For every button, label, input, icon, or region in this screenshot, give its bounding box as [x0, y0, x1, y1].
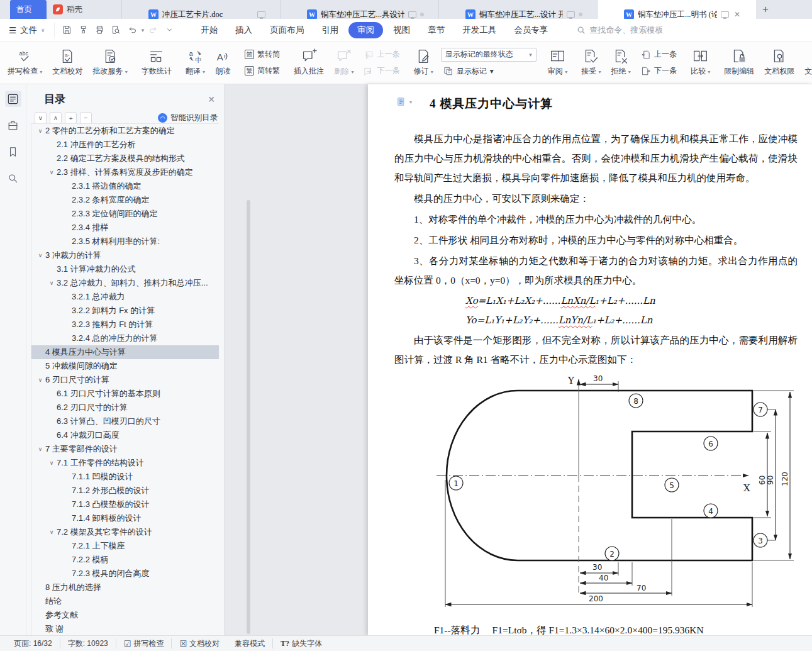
word-count-button[interactable]: 字数统计 — [136, 43, 177, 82]
toc-item[interactable]: ∨ 6 刃口尺寸的计算 — [31, 373, 219, 387]
save-button[interactable] — [60, 23, 75, 38]
toc-item[interactable]: ∨ 2.3.5 材料利用率的计算: — [31, 235, 219, 248]
toc-item[interactable]: ∨ 8 压力机的选择 — [31, 581, 219, 594]
toc-item[interactable]: ∨ 3.1 计算冲裁力的公式 — [31, 262, 219, 276]
read-aloud-button[interactable]: A 朗读 — [210, 43, 236, 82]
simplified-to-traditional-button[interactable]: 繁 简转繁 — [242, 64, 282, 77]
toc-item[interactable]: ∨ 2.3.3 定位销间距的确定 — [31, 207, 219, 221]
task-pane-icon[interactable] — [5, 117, 21, 133]
menu-dev-tools[interactable]: 开发工具 — [455, 22, 504, 38]
bookmark-icon[interactable] — [5, 143, 21, 160]
doc-permission-button[interactable]: 文档权限 — [759, 43, 799, 82]
toc-item[interactable]: ∨ 2 零件的工艺分析和工艺方案的确定 — [31, 124, 219, 138]
toc-item[interactable]: ∨ 2.1 冲压件的工艺分析 — [31, 138, 219, 152]
tab-document-active[interactable]: W 铜车垫冲压工...明书 (论文) ✕ — [598, 0, 756, 19]
new-tab-button[interactable]: + — [756, 0, 775, 19]
doc-proof-button[interactable]: a- 文档校对 — [47, 43, 87, 82]
toc-item[interactable]: ∨ 3.2.1 总冲裁力 — [31, 290, 219, 304]
toolbar-more-button[interactable] — [162, 23, 177, 38]
caret-icon[interactable]: ∨ — [47, 280, 57, 286]
toc-item[interactable]: ∨ 2.3 排样、计算条料宽度及步距的确定 — [31, 165, 219, 179]
toc-item[interactable]: ∨ 7.2 模架及其它零件的设计 — [31, 525, 219, 539]
smart-toc-button[interactable]: ◠ 智能识别目录 — [158, 113, 218, 123]
toc-item[interactable]: ∨ 7.2.3 模具的闭合高度 — [31, 567, 219, 581]
traditional-to-simplified-button[interactable]: 简 繁转简 — [242, 48, 282, 61]
delete-comment-button[interactable]: 删除 ▾ — [329, 43, 359, 82]
correction-service-button[interactable]: 批改服务 ▾ — [87, 43, 132, 82]
translate-button[interactable]: a中 翻译 ▾ — [181, 43, 210, 82]
toc-item[interactable]: ∨ 致 谢 — [31, 622, 219, 635]
toc-item[interactable]: ∨ 6.4 冲裁刃口高度 — [31, 428, 219, 442]
doc-proof-status[interactable]: ☒文档校对 — [171, 638, 227, 648]
menu-start[interactable]: 开始 — [193, 22, 225, 38]
menu-references[interactable]: 引用 — [314, 22, 346, 38]
page-indicator[interactable]: 页面: 16/32 — [6, 638, 60, 648]
previous-comment-button[interactable]: 上一条 — [361, 48, 402, 61]
toc-item[interactable]: ∨ 3 冲裁力的计算 — [31, 248, 219, 262]
insert-comment-button[interactable]: 插入批注 — [289, 43, 329, 82]
previous-change-button[interactable]: 上一条 — [638, 48, 679, 61]
print-button[interactable] — [92, 23, 108, 38]
track-changes-button[interactable]: 修订 ▾ — [408, 43, 438, 82]
toc-item[interactable]: ∨ 7.1.1 凹模的设计 — [31, 470, 219, 484]
toc-item[interactable]: ∨ 6.1 刃口尺寸计算的基本原则 — [31, 387, 219, 401]
restrict-editing-button[interactable]: 限制编辑 — [719, 43, 759, 82]
toc-item[interactable]: ∨ 7.2.2 模柄 — [31, 553, 219, 567]
menu-insert[interactable]: 插入 — [228, 22, 260, 38]
expand-all-button[interactable]: ∧ — [50, 112, 62, 124]
next-change-button[interactable]: 下一条 — [638, 64, 679, 77]
compat-mode-indicator[interactable]: 兼容模式 — [227, 638, 272, 648]
markup-state-dropdown[interactable]: 显示标记的最终状态▾ — [441, 48, 537, 62]
toc-item[interactable]: ∨ 2.3.1 搭边值的确定 — [31, 179, 219, 193]
toc-item[interactable]: ∨ 4 模具压力中心与计算 — [31, 345, 219, 359]
expand-level-button[interactable]: ＋ — [65, 112, 77, 124]
toc-item[interactable]: ∨ 5 冲裁模间隙的确定 — [31, 359, 219, 373]
document-content[interactable]: ▾ 4 模具压力中心与计算 模具压力中心是指诸冲压合力的作用点位置，为了确保压力… — [368, 84, 812, 635]
close-icon[interactable]: ✕ — [208, 94, 215, 104]
reject-change-button[interactable]: 拒绝 ▾ — [606, 43, 636, 82]
toc-item[interactable]: ∨ 7.2.1 上下模座 — [31, 539, 219, 553]
toc-item[interactable]: ∨ 6.2 刃口尺寸的计算 — [31, 401, 219, 415]
spell-check-status[interactable]: ☑拼写检查 — [116, 638, 172, 648]
collapse-level-button[interactable]: − — [80, 112, 92, 124]
spell-check-button[interactable]: abc 拼写检查 ▾ — [3, 43, 47, 82]
caret-icon[interactable]: ∨ — [35, 252, 45, 259]
menu-page-layout[interactable]: 页面布局 — [262, 22, 311, 38]
toc-item[interactable]: ∨ 3.2 总冲裁力、卸料力、推料力和总冲压... — [31, 276, 219, 290]
undo-button[interactable] — [125, 23, 140, 38]
tab-home[interactable]: 首页 — [10, 0, 47, 19]
caret-icon[interactable]: ∨ — [47, 169, 57, 175]
toc-item[interactable]: ∨ 7.1 工作零件的结构设计 — [31, 456, 219, 470]
tab-document-1[interactable]: W 冲压工艺卡片.doc — [122, 0, 281, 19]
menu-view[interactable]: 视图 — [386, 22, 418, 38]
undo-dropdown-icon[interactable]: ▾ — [142, 27, 145, 33]
toc-item[interactable]: ∨ 3.2.2 卸料力 Fx 的计算 — [31, 304, 219, 318]
missing-font-indicator[interactable]: T?缺失字体 — [272, 638, 330, 648]
compare-button[interactable]: 比较 ▾ — [686, 43, 715, 82]
redo-button[interactable] — [145, 23, 160, 38]
toc-item[interactable]: ∨ 2.3.2 条料宽度的确定 — [31, 193, 219, 207]
toc-item[interactable]: ∨ 参考文献 — [31, 608, 219, 622]
print-preview-button[interactable] — [109, 23, 124, 38]
format-painter-button[interactable] — [76, 23, 91, 38]
toc-item[interactable]: ∨ 7.1.4 卸料板的设计 — [31, 511, 219, 525]
caret-icon[interactable]: ∨ — [47, 529, 57, 535]
toc-item[interactable]: ∨ 结论 — [31, 594, 219, 608]
next-comment-button[interactable]: 下一条 — [361, 64, 402, 77]
toc-item[interactable]: ∨ 6.3 计算凸、凹模刃口的尺寸 — [31, 415, 219, 428]
tab-document-2[interactable]: W 铜车垫冲压工艺...具设计 任务书 — [281, 0, 439, 19]
menu-review[interactable]: 审阅 — [348, 22, 383, 38]
toc-item[interactable]: ∨ 7.1.3 凸模垫板的设计 — [31, 498, 219, 511]
menu-member[interactable]: 会员专享 — [506, 22, 555, 38]
caret-icon[interactable]: ∨ — [47, 460, 57, 466]
toc-item[interactable]: ∨ 7.1.2 外形凸模的设计 — [31, 484, 219, 498]
word-count-indicator[interactable]: 字数: 10923 — [60, 638, 116, 648]
toc-item[interactable]: ∨ 3.2.4 总的冲压力的计算 — [31, 331, 219, 345]
toc-item[interactable]: ∨ 2.2 确定工艺方案及模具的结构形式 — [31, 152, 219, 165]
menu-section[interactable]: 章节 — [420, 22, 452, 38]
command-search[interactable]: 查找命令、搜索模板 — [577, 25, 663, 36]
caret-icon[interactable]: ∨ — [35, 377, 45, 383]
tab-document-3[interactable]: W 铜车垫冲压工艺...设计 开题报告 — [439, 0, 598, 19]
close-icon[interactable]: ✕ — [733, 10, 742, 19]
toc-item[interactable]: ∨ 2.3.4 排样 — [31, 221, 219, 235]
